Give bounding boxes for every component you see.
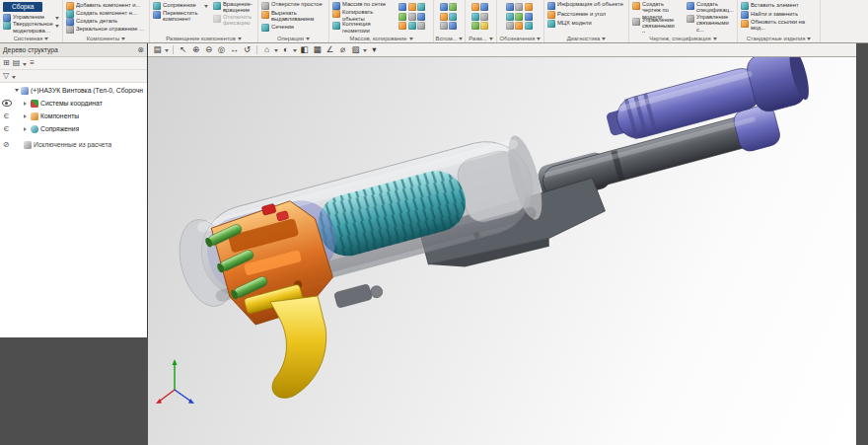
create-drawing-button[interactable]: Создать чертеж по модели [631,1,683,17]
group-label-operations[interactable]: Операции [258,34,328,42]
pan-icon[interactable]: ↔ [229,45,240,54]
text-icon[interactable] [525,22,533,30]
diametral-dimension-icon[interactable] [480,13,488,21]
rotation-rotation-button[interactable]: Вращение-вращение [212,1,255,14]
menu-management[interactable]: Управление [2,13,60,21]
group-label-system[interactable]: Системная [0,34,62,42]
local-cs-icon[interactable] [449,13,457,21]
tree-item-root[interactable]: (+)НАЗУК Винтовка (Тел-0, Сборочн [0,84,147,97]
half-section-icon[interactable]: ◧ [299,45,310,54]
tree-item-components[interactable]: Є Компоненты [0,110,147,122]
note-icon[interactable] [506,22,514,30]
mirror-array-icon[interactable] [417,3,425,11]
group-label-components[interactable]: Компоненты [63,34,149,42]
spiral-array-icon[interactable] [408,22,416,30]
roughness-icon[interactable] [525,3,533,11]
section-filter-icon[interactable]: Є [0,111,13,120]
mirror-component-button[interactable]: Зеркальное отражение ко... [65,25,147,33]
model-viewport[interactable] [148,57,856,445]
tolerance-icon[interactable] [515,13,523,21]
axis-icon[interactable] [449,3,457,11]
mate-button[interactable]: Сопряжение [152,1,209,10]
delete-copies-icon[interactable] [417,22,425,30]
create-part-button[interactable]: Создать деталь [65,17,147,25]
tree-item-excluded[interactable]: ⊘ Исключенные из расчета [0,138,147,151]
trigger-part[interactable] [244,284,326,398]
circular-array-icon[interactable] [398,3,406,11]
angular-dimension-icon[interactable] [480,3,488,11]
linked-specs-button[interactable]: Управление связанными с... [686,14,737,33]
section-filter-icon[interactable]: Є [0,124,13,133]
marking-icon[interactable] [525,13,533,21]
plane-icon[interactable] [440,3,448,11]
grid-array-button[interactable]: Массив по сетке [331,1,393,9]
group-label-notation[interactable]: Обозначения [497,34,543,42]
simple-hole-button[interactable]: Отверстие простое [260,1,326,10]
point-array-icon[interactable] [398,13,406,21]
grid-icon[interactable]: ▦ [312,45,323,54]
annotation-icon[interactable] [506,3,514,11]
zoom-fit-icon[interactable]: ◎ [216,45,227,54]
more-tools-icon[interactable]: ▾ [369,45,380,54]
add-component-button[interactable]: Добавить компонент и... [65,1,147,9]
excluded-icon[interactable]: ⊘ [0,140,13,149]
display-mode-icon[interactable]: ◐ [280,45,291,54]
dimension-chain-icon[interactable] [471,22,479,30]
leader-icon[interactable] [480,22,488,30]
rifle-assembly-model[interactable] [148,57,856,445]
move-component-button[interactable]: Переместить компонент [152,10,209,23]
panels-icon[interactable]: ▤ [152,45,163,54]
table-array-icon[interactable] [408,13,416,21]
expand-icon[interactable] [24,127,29,131]
layers-icon[interactable]: ▧ [350,45,361,54]
linked-drawings-button[interactable]: Управление связанными ч... [631,17,683,33]
point-icon[interactable] [440,13,448,21]
angle-measure-icon[interactable]: ∠ [325,45,335,54]
tree-list-icon[interactable]: ≡ [30,59,35,67]
expand-icon[interactable] [15,89,19,94]
section-button[interactable]: Сечение [260,23,326,32]
group-label-standard[interactable]: Стандартные изделия [738,34,820,42]
expand-icon[interactable] [24,114,29,118]
zoom-out-icon[interactable]: ⊖ [203,45,214,54]
tree-item-coordinate-systems[interactable]: Системы координат [0,97,147,110]
tab-assembly[interactable]: Сборка [3,2,42,12]
object-info-button[interactable]: Информация об объекте [546,1,626,10]
mass-properties-button[interactable]: МЦХ модели [546,19,626,28]
designation-icon[interactable] [515,3,523,11]
copy-objects-button[interactable]: Копировать объекты [331,9,393,21]
find-replace-button[interactable]: Найти и заменить [740,10,818,19]
curve-array-icon[interactable] [408,3,416,11]
symbol-icon[interactable] [515,22,523,30]
diameter-icon[interactable]: ⌀ [337,45,348,54]
filter-icon[interactable]: ▽ [3,72,9,80]
radial-dimension-icon[interactable] [471,13,479,21]
control-point-icon[interactable] [440,22,448,30]
linear-dimension-icon[interactable] [471,3,479,11]
latch-part[interactable] [334,281,385,309]
create-spec-button[interactable]: Создать спецификац... [686,1,737,14]
group-label-aux[interactable]: Вспом... [434,34,465,42]
datum-icon[interactable] [506,13,514,21]
distance-angle-button[interactable]: Расстояние и угол [546,10,626,19]
menu-solid-modeling[interactable]: Твердотельное моделирование [2,21,60,33]
insert-element-button[interactable]: Вставить элемент [740,1,818,10]
geometry-collection-button[interactable]: Коллекция геометрии [331,21,393,33]
copy-by-grid-icon[interactable] [398,22,406,30]
zoom-in-icon[interactable]: ⊕ [190,45,201,54]
tree-structure-icon[interactable]: ⊞ [3,59,10,67]
close-icon[interactable]: ⊗ [137,46,144,54]
connection-point-icon[interactable] [449,22,457,30]
unfix-button[interactable]: Отключить фиксацию [212,14,255,27]
group-label-dims[interactable]: Разм... [466,34,496,42]
select-arrow-icon[interactable]: ↖ [178,45,188,54]
tree-item-mates[interactable]: Є Сопряжения [0,122,147,135]
cut-extrude-button[interactable]: Вырезать выдавливанием [260,10,326,23]
expand-icon[interactable] [24,102,29,106]
orbit-icon[interactable]: ↺ [242,45,253,54]
group-label-diagnostics[interactable]: Диагностика [544,34,628,42]
update-links-button[interactable]: Обновить ссылки на мод... [740,19,818,32]
create-component-button[interactable]: Создать компонент н... [65,9,147,17]
tree-view-icon[interactable]: ▤ [13,59,21,67]
group-label-placement[interactable]: Размещение компонентов [150,34,257,42]
